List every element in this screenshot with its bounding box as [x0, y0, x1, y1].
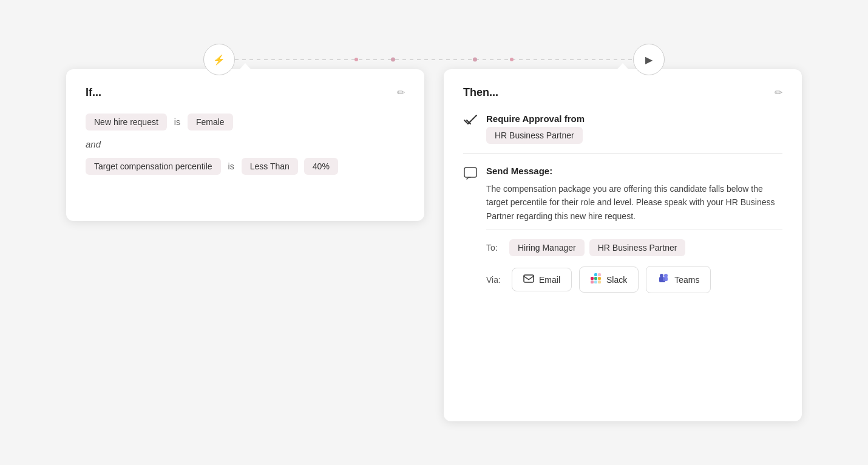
- svg-rect-0: [464, 168, 476, 177]
- approval-content: Require Approval from HR Business Partne…: [486, 114, 782, 141]
- condition-row-2: Target compensation percentile is Less T…: [86, 158, 405, 175]
- then-card-title: Then...: [463, 86, 498, 99]
- approver-tag[interactable]: HR Business Partner: [486, 127, 583, 144]
- flow-dot-right: [473, 58, 477, 62]
- slack-channel-button[interactable]: Slack: [579, 266, 639, 293]
- play-icon: ▶: [645, 54, 653, 66]
- svg-rect-3: [591, 280, 594, 283]
- via-row: Via: Email: [486, 266, 782, 293]
- condition1-value-tag[interactable]: Female: [188, 114, 233, 131]
- then-card-edit-icon[interactable]: ✏: [775, 87, 782, 98]
- email-icon: [523, 274, 534, 285]
- svg-rect-9: [598, 273, 601, 276]
- main-container: ⚡ ▶ If... ✏ New hire request is Female a…: [0, 44, 868, 421]
- trigger-icon-circle: ⚡: [203, 44, 235, 75]
- flow-row: ⚡ ▶: [203, 44, 665, 75]
- then-card-header: Then... ✏: [463, 86, 782, 99]
- condition1-field-tag[interactable]: New hire request: [86, 114, 167, 131]
- action-icon-circle: ▶: [633, 44, 665, 75]
- approval-checkmark-icon: [463, 115, 478, 128]
- svg-rect-7: [598, 280, 601, 283]
- teams-icon: [657, 273, 670, 287]
- condition2-field-tag[interactable]: Target compensation percentile: [86, 158, 221, 175]
- svg-point-13: [660, 274, 663, 277]
- if-card: If... ✏ New hire request is Female and T…: [66, 69, 424, 221]
- message-bubble-icon: [463, 167, 478, 183]
- condition2-operator: is: [227, 161, 236, 171]
- message-section: Send Message: The compensation package y…: [463, 166, 782, 293]
- email-channel-button[interactable]: Email: [512, 268, 572, 291]
- svg-rect-8: [594, 280, 597, 283]
- to-label: To:: [486, 243, 504, 253]
- via-label: Via:: [486, 275, 504, 285]
- approval-section: Require Approval from HR Business Partne…: [463, 114, 782, 154]
- lightning-icon: ⚡: [213, 54, 225, 66]
- if-card-edit-icon[interactable]: ✏: [397, 87, 405, 98]
- message-body: The compensation package you are offerin…: [486, 182, 782, 223]
- slack-label: Slack: [606, 275, 627, 285]
- svg-rect-6: [598, 277, 601, 280]
- email-label: Email: [539, 275, 560, 285]
- svg-rect-2: [591, 277, 594, 280]
- teams-label: Teams: [674, 275, 699, 285]
- if-card-header: If... ✏: [86, 86, 405, 99]
- message-content: Send Message: The compensation package y…: [486, 166, 782, 293]
- message-title: Send Message:: [486, 166, 782, 176]
- then-card: Then... ✏ Require Approval from HR Busin…: [444, 69, 802, 421]
- condition1-operator: is: [173, 117, 181, 127]
- flow-dot-left: [391, 58, 395, 62]
- recipient-tag-2[interactable]: HR Business Partner: [589, 239, 686, 256]
- cards-row: If... ✏ New hire request is Female and T…: [66, 69, 802, 421]
- flow-connector-line: [235, 59, 633, 60]
- condition2-value2-tag[interactable]: 40%: [304, 158, 338, 175]
- condition-row-1: New hire request is Female: [86, 114, 405, 131]
- svg-rect-5: [594, 277, 597, 280]
- svg-rect-4: [594, 273, 597, 276]
- recipient-tag-1[interactable]: Hiring Manager: [509, 239, 585, 256]
- approval-title: Require Approval from: [486, 114, 782, 124]
- svg-rect-1: [524, 275, 534, 282]
- if-card-title: If...: [86, 86, 101, 99]
- teams-channel-button[interactable]: Teams: [646, 266, 711, 293]
- to-row: To: Hiring Manager HR Business Partner: [486, 239, 782, 256]
- condition2-value1-tag[interactable]: Less Than: [242, 158, 298, 175]
- condition-and-label: and: [86, 139, 405, 149]
- slack-icon: [591, 273, 602, 286]
